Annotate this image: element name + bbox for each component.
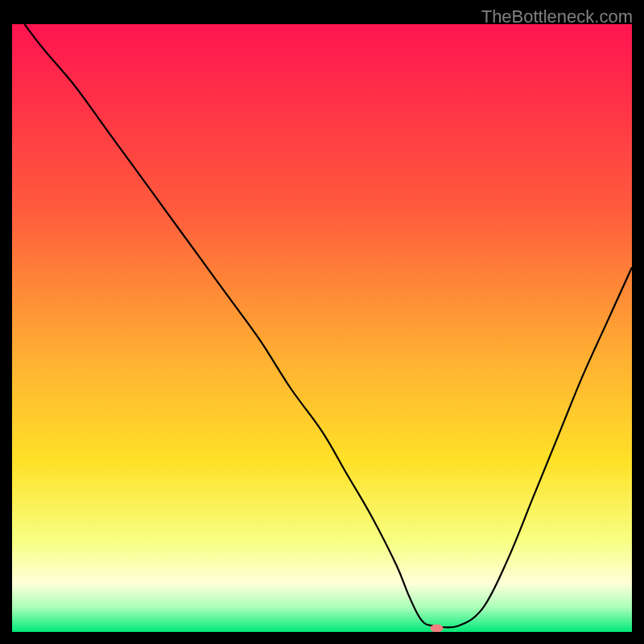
chart-svg	[12, 24, 632, 632]
watermark-text: TheBottleneck.com	[481, 6, 633, 27]
chart-background	[12, 24, 632, 632]
chart-plot-area	[12, 24, 632, 632]
